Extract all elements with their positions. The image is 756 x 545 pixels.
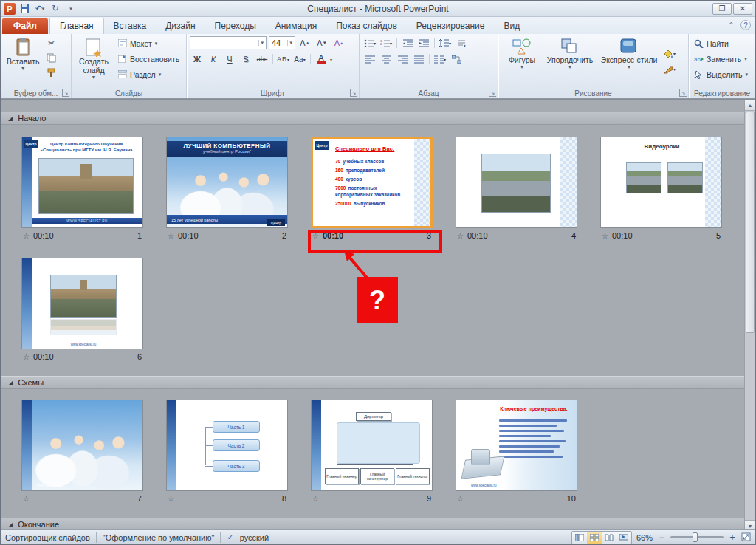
bullets-icon[interactable]: ▾ xyxy=(362,36,377,49)
text-direction-icon[interactable] xyxy=(454,36,469,49)
strikethrough-button[interactable]: abc xyxy=(255,52,269,66)
clipboard-dialog-launcher[interactable]: ↘ xyxy=(62,89,69,97)
qat-customize-icon[interactable]: ▾ xyxy=(64,3,78,15)
grow-font-icon[interactable]: А▲ xyxy=(298,36,312,49)
slide-thumbnail-4[interactable] xyxy=(456,137,577,228)
shapes-button[interactable]: Фигуры▼ xyxy=(501,36,543,86)
section-button[interactable]: Раздел▾ xyxy=(116,67,182,81)
bold-button[interactable]: Ж xyxy=(190,52,205,66)
scrollbar-thumb[interactable] xyxy=(746,112,755,333)
font-name-combo[interactable]: ▾ xyxy=(190,36,267,49)
slide-thumbnail-2[interactable]: ЛУЧШИЙ КОМПЬЮТЕРНЫЙ учебный центр России… xyxy=(166,137,288,228)
align-left-icon[interactable] xyxy=(362,52,377,66)
change-case-button[interactable]: Аа▾ xyxy=(292,52,307,66)
justify-icon[interactable] xyxy=(411,52,426,66)
paste-button[interactable]: Вставить▼ xyxy=(4,36,43,86)
shape-outline-icon[interactable]: ▾ xyxy=(662,63,677,76)
slide-thumbnail-8[interactable]: Часть 1 Часть 2 Часть 3 xyxy=(166,400,288,491)
transition-star-icon[interactable]: ☆ xyxy=(23,232,30,240)
align-right-icon[interactable] xyxy=(395,52,410,66)
clear-formatting-icon[interactable]: А✦ xyxy=(331,36,346,49)
zoom-percent-label[interactable]: 66% xyxy=(636,533,653,542)
copy-icon[interactable] xyxy=(44,51,59,64)
zoom-in-icon[interactable]: + xyxy=(728,532,737,543)
new-slide-button[interactable]: Создать слайд▼ xyxy=(75,36,113,86)
section-header-schemes[interactable]: ◢ Схемы xyxy=(1,376,755,389)
align-center-icon[interactable] xyxy=(379,52,394,66)
reset-slide-button[interactable]: Восстановить xyxy=(116,52,182,66)
character-spacing-button[interactable]: АВ▾ xyxy=(276,52,291,66)
zoom-slider[interactable] xyxy=(670,536,724,538)
replace-button[interactable]: ab Заменить▾ xyxy=(692,52,752,66)
slide-thumbnail-6[interactable]: www.specialist.ru xyxy=(21,258,143,349)
shape-fill-icon[interactable]: ▾ xyxy=(662,47,677,61)
transition-star-icon[interactable]: ☆ xyxy=(602,232,608,240)
save-icon[interactable] xyxy=(18,3,31,15)
close-window-icon[interactable]: ✕ xyxy=(733,3,752,15)
slide-thumbnail-3-selected[interactable]: Центр Специально для Вас: 70учебных клас… xyxy=(311,137,433,228)
tab-file[interactable]: Файл xyxy=(2,18,48,34)
italic-button[interactable]: К xyxy=(206,52,221,66)
shrink-font-icon[interactable]: А▼ xyxy=(315,36,329,49)
fit-to-window-icon[interactable] xyxy=(741,532,751,543)
restore-window-icon[interactable]: ❐ xyxy=(712,3,732,15)
transition-star-icon[interactable]: ☆ xyxy=(457,232,464,240)
slide-sorter-view-icon[interactable] xyxy=(587,532,602,544)
zoom-slider-thumb[interactable] xyxy=(693,532,698,542)
columns-icon[interactable]: ▾ xyxy=(433,52,447,66)
tab-insert[interactable]: Вставка xyxy=(104,18,157,34)
smartart-convert-icon[interactable] xyxy=(449,52,464,66)
undo-icon[interactable]: ↶▾ xyxy=(33,3,47,15)
slide-thumbnail-9[interactable]: Директор Главный инженер Главный констру… xyxy=(311,400,433,491)
help-icon[interactable]: ? xyxy=(740,20,751,30)
transition-star-icon[interactable]: ☆ xyxy=(23,495,30,503)
transition-star-icon[interactable]: ☆ xyxy=(457,495,464,503)
section-collapse-icon[interactable]: ◢ xyxy=(8,380,13,386)
drawing-dialog-launcher[interactable]: ↘ xyxy=(679,89,687,97)
transition-star-icon[interactable]: ☆ xyxy=(168,232,174,240)
find-button[interactable]: Найти xyxy=(692,36,752,50)
layout-button[interactable]: Макет▾ xyxy=(116,36,182,50)
section-collapse-icon[interactable]: ◢ xyxy=(8,115,13,122)
transition-star-icon[interactable]: ☆ xyxy=(168,495,174,503)
slide-thumbnail-5[interactable]: Видеоуроки xyxy=(600,137,722,228)
view-mode-label[interactable]: Сортировщик слайдов xyxy=(5,533,90,542)
tab-review[interactable]: Рецензирование xyxy=(407,18,495,34)
numbering-icon[interactable]: 12▾ xyxy=(379,36,394,49)
font-dialog-launcher[interactable]: ↘ xyxy=(350,89,357,97)
format-painter-icon[interactable] xyxy=(44,66,59,79)
powerpoint-app-icon[interactable]: P xyxy=(4,3,16,15)
vertical-scrollbar[interactable]: ▲ ▼ xyxy=(744,100,755,531)
tab-home[interactable]: Главная xyxy=(49,18,104,34)
tab-transitions[interactable]: Переходы xyxy=(205,18,266,34)
arrange-button[interactable]: Упорядочить▼ xyxy=(543,36,597,86)
increase-indent-icon[interactable] xyxy=(416,36,431,49)
language-label[interactable]: русский xyxy=(240,533,269,542)
section-header-start[interactable]: ◢ Начало xyxy=(1,112,755,125)
cut-icon[interactable]: ✂ xyxy=(44,36,59,49)
tab-slideshow[interactable]: Показ слайдов xyxy=(326,18,407,34)
zoom-out-icon[interactable]: − xyxy=(657,532,666,543)
transition-star-icon[interactable]: ☆ xyxy=(23,353,30,361)
quick-styles-button[interactable]: Экспресс-стили▼ xyxy=(597,36,661,86)
text-shadow-button[interactable]: S xyxy=(238,52,253,66)
spellcheck-icon[interactable]: ✓ xyxy=(227,532,233,542)
theme-label[interactable]: "Оформление по умолчанию" xyxy=(103,533,215,542)
underline-button[interactable]: Ч xyxy=(222,52,237,66)
paragraph-dialog-launcher[interactable]: ↘ xyxy=(489,89,496,97)
select-button[interactable]: Выделить▾ xyxy=(692,67,752,81)
scroll-up-icon[interactable]: ▲ xyxy=(745,100,755,111)
slide-thumbnail-1[interactable]: Центр Центр Компьютерного Обучения «Спец… xyxy=(21,137,143,228)
normal-view-icon[interactable] xyxy=(572,532,587,544)
slideshow-view-icon[interactable] xyxy=(616,532,631,544)
decrease-indent-icon[interactable] xyxy=(400,36,415,49)
font-size-combo[interactable]: 44▾ xyxy=(269,36,295,49)
transition-star-icon[interactable]: ☆ xyxy=(312,495,319,503)
redo-icon[interactable]: ↻ xyxy=(49,3,62,15)
tab-animations[interactable]: Анимация xyxy=(266,18,326,34)
tab-design[interactable]: Дизайн xyxy=(156,18,205,34)
minimize-ribbon-icon[interactable]: ⌃ xyxy=(728,21,735,30)
section-collapse-icon[interactable]: ◢ xyxy=(8,521,13,528)
font-color-button[interactable]: А xyxy=(314,52,329,66)
reading-view-icon[interactable] xyxy=(602,532,616,544)
